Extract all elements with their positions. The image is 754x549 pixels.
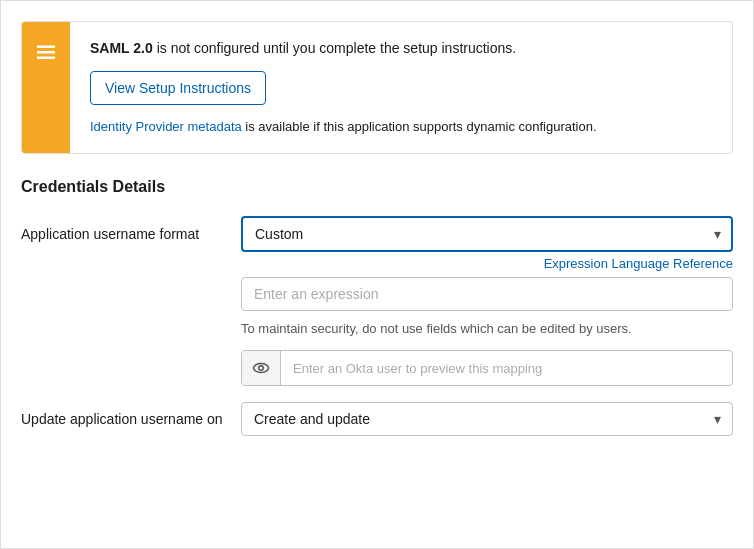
username-format-label: Application username format — [21, 216, 241, 242]
svg-rect-2 — [37, 57, 55, 59]
credentials-details-section: Credentials Details Application username… — [21, 178, 733, 437]
saml-notice-banner: SAML 2.0 is not configured until you com… — [21, 21, 733, 154]
identity-provider-metadata-link[interactable]: Identity Provider metadata — [90, 119, 242, 134]
eye-icon[interactable] — [242, 351, 281, 385]
update-username-select[interactable]: Create and update Create only — [241, 402, 733, 436]
update-username-row: Update application username on Create an… — [21, 402, 733, 436]
svg-point-4 — [259, 366, 264, 371]
saml-metadata-text: Identity Provider metadata is available … — [90, 117, 712, 137]
expression-input[interactable] — [241, 277, 733, 311]
svg-point-3 — [254, 364, 269, 373]
saml-metadata-suffix: is available if this application support… — [242, 119, 597, 134]
username-format-field: Okta username Email Custom ▾ Expression … — [241, 216, 733, 387]
svg-rect-1 — [37, 51, 55, 53]
preview-mapping-wrapper — [241, 350, 733, 386]
username-format-row: Application username format Okta usernam… — [21, 216, 733, 387]
page-container: SAML 2.0 is not configured until you com… — [0, 0, 754, 549]
username-format-select-wrapper: Okta username Email Custom ▾ — [241, 216, 733, 252]
saml-notice-icon-col — [22, 22, 70, 153]
username-format-select[interactable]: Okta username Email Custom — [241, 216, 733, 252]
saml-version-label: SAML 2.0 — [90, 40, 153, 56]
preview-mapping-input[interactable] — [281, 353, 732, 384]
update-username-select-wrapper: Create and update Create only ▾ — [241, 402, 733, 436]
saml-notice-icon — [32, 38, 60, 66]
expression-language-reference-link[interactable]: Expression Language Reference — [241, 256, 733, 271]
update-username-label: Update application username on — [21, 411, 241, 427]
saml-notice-content: SAML 2.0 is not configured until you com… — [70, 22, 732, 153]
security-note: To maintain security, do not use fields … — [241, 319, 733, 339]
menu-icon — [35, 41, 57, 63]
view-setup-instructions-button[interactable]: View Setup Instructions — [90, 71, 266, 105]
svg-rect-0 — [37, 46, 55, 48]
saml-notice-message: is not configured until you complete the… — [153, 40, 516, 56]
credentials-section-title: Credentials Details — [21, 178, 733, 196]
saml-notice-text: SAML 2.0 is not configured until you com… — [90, 38, 712, 59]
